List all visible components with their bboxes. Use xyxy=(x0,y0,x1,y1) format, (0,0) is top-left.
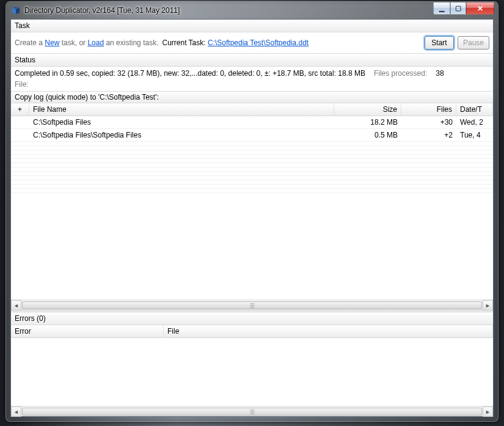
table-row xyxy=(11,172,493,176)
table-row xyxy=(11,142,493,146)
errors-hscrollbar[interactable]: ◄ ► xyxy=(11,406,493,416)
task-mid1: task, or xyxy=(59,39,87,47)
log-grid: + File Name Size Files Date/T C:\Softped… xyxy=(11,103,493,310)
scroll-left-icon[interactable]: ◄ xyxy=(11,406,21,417)
table-row xyxy=(11,159,493,163)
table-row xyxy=(11,167,493,172)
task-create-prefix: Create a xyxy=(15,39,45,47)
errors-title: Errors (0) xyxy=(11,312,493,325)
scroll-thumb[interactable] xyxy=(22,408,482,416)
status-header: Status xyxy=(11,53,493,67)
col-files[interactable]: Files xyxy=(401,103,456,116)
app-icon xyxy=(11,6,21,15)
scroll-thumb[interactable] xyxy=(22,301,482,309)
cell-size: 0.5 MB xyxy=(334,129,401,142)
errors-pane: Errors (0) Error File ◄ ► xyxy=(11,312,493,416)
window-frame: Directory Duplicator, v2r164 [Tue, 31 Ma… xyxy=(5,1,499,422)
col-error[interactable]: Error xyxy=(11,325,164,338)
table-row[interactable]: C:\Softpedia Files\Softpedia Files0.5 MB… xyxy=(11,129,493,142)
errors-columns[interactable]: Error File xyxy=(11,325,493,338)
log-hscrollbar[interactable]: ◄ ► xyxy=(11,299,493,310)
task-mid2: an existing task. xyxy=(104,39,158,47)
cell-date: Wed, 2 xyxy=(456,116,493,129)
errors-body[interactable] xyxy=(11,338,493,406)
col-size[interactable]: Size xyxy=(334,103,401,116)
cell-date: Tue, 4 xyxy=(456,129,493,142)
scroll-right-icon[interactable]: ► xyxy=(483,406,493,417)
client-area: Task Create a New task, or Load an exist… xyxy=(10,19,494,417)
table-row xyxy=(11,189,493,193)
cell-files: +30 xyxy=(401,116,456,129)
files-processed-value: 38 xyxy=(436,69,444,78)
table-row xyxy=(11,155,493,159)
table-row xyxy=(11,180,493,185)
status-file-label: File: xyxy=(15,79,489,89)
status-summary: Completed in 0.59 sec, copied: 32 (18.7 … xyxy=(15,69,365,78)
new-task-link[interactable]: New xyxy=(45,39,59,47)
close-icon: ✕ xyxy=(477,4,483,13)
files-processed-label: Files processed: xyxy=(374,69,427,78)
table-row xyxy=(11,150,493,155)
table-row xyxy=(11,185,493,189)
status-block: Completed in 0.59 sec, copied: 32 (18.7 … xyxy=(11,67,493,91)
maximize-icon: ▢ xyxy=(455,4,461,12)
log-body[interactable]: C:\Softpedia Files18.2 MB+30Wed, 2C:\Sof… xyxy=(11,116,493,299)
cell-files: +2 xyxy=(401,129,456,142)
start-button[interactable]: Start xyxy=(425,36,454,50)
cell-filename: C:\Softpedia Files\Softpedia Files xyxy=(29,129,334,142)
scroll-left-icon[interactable]: ◄ xyxy=(11,300,21,310)
cell-size: 18.2 MB xyxy=(334,116,401,129)
pause-button[interactable]: Pause xyxy=(458,36,489,50)
minimize-icon: ▁ xyxy=(439,4,444,12)
log-columns[interactable]: + File Name Size Files Date/T xyxy=(11,103,493,116)
table-row xyxy=(11,176,493,180)
window-title: Directory Duplicator, v2r164 [Tue, 31 Ma… xyxy=(24,6,180,15)
table-row xyxy=(11,146,493,150)
col-date[interactable]: Date/T xyxy=(456,103,493,116)
log-title: Copy log (quick mode) to 'C:\Softpedia T… xyxy=(11,91,493,103)
cell-expand[interactable] xyxy=(11,116,29,129)
table-row xyxy=(11,163,493,167)
maximize-button[interactable]: ▢ xyxy=(450,2,466,15)
col-filename[interactable]: File Name xyxy=(29,103,334,116)
scroll-right-icon[interactable]: ► xyxy=(483,300,493,310)
titlebar[interactable]: Directory Duplicator, v2r164 [Tue, 31 Ma… xyxy=(6,2,498,19)
load-task-link[interactable]: Load xyxy=(87,39,104,47)
cell-filename: C:\Softpedia Files xyxy=(29,116,334,129)
minimize-button[interactable]: ▁ xyxy=(433,2,450,15)
current-task-label: Current Task: xyxy=(162,39,207,47)
cell-expand[interactable] xyxy=(11,129,29,142)
task-row: Create a New task, or Load an existing t… xyxy=(11,32,493,53)
task-header: Task xyxy=(11,20,493,32)
col-error-file[interactable]: File xyxy=(164,325,493,338)
col-expand[interactable]: + xyxy=(11,103,29,116)
close-button[interactable]: ✕ xyxy=(466,2,494,15)
current-task-path[interactable]: C:\Softpedia Test\Softpedia.ddt xyxy=(208,39,309,47)
table-row[interactable]: C:\Softpedia Files18.2 MB+30Wed, 2 xyxy=(11,116,493,129)
